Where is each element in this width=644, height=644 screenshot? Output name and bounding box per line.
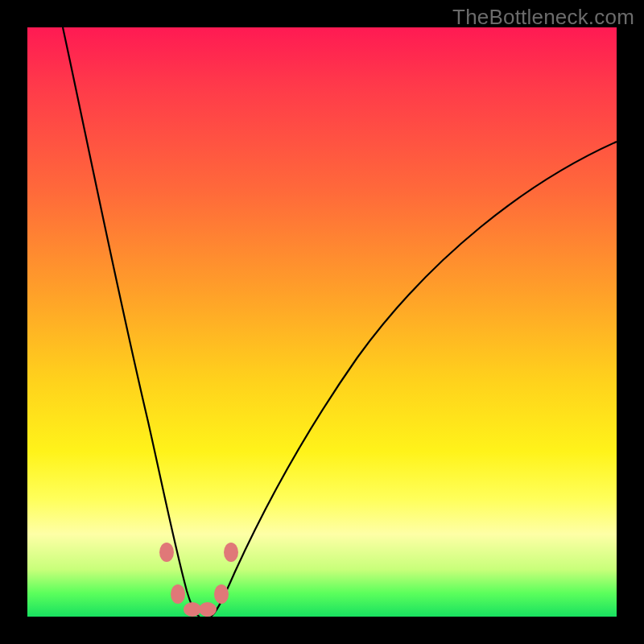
curve-right-branch (211, 142, 617, 617)
curve-marker (159, 543, 174, 562)
chart-frame: TheBottleneck.com (0, 0, 644, 644)
curve-marker (184, 602, 201, 617)
curve-marker (171, 584, 185, 604)
plot-area (27, 27, 617, 617)
curve-marker (224, 543, 238, 562)
curve-left-branch (63, 27, 200, 617)
curve-marker (199, 602, 217, 617)
curve-layer (27, 27, 617, 617)
curve-marker (214, 584, 229, 604)
watermark-text: TheBottleneck.com (452, 5, 634, 30)
